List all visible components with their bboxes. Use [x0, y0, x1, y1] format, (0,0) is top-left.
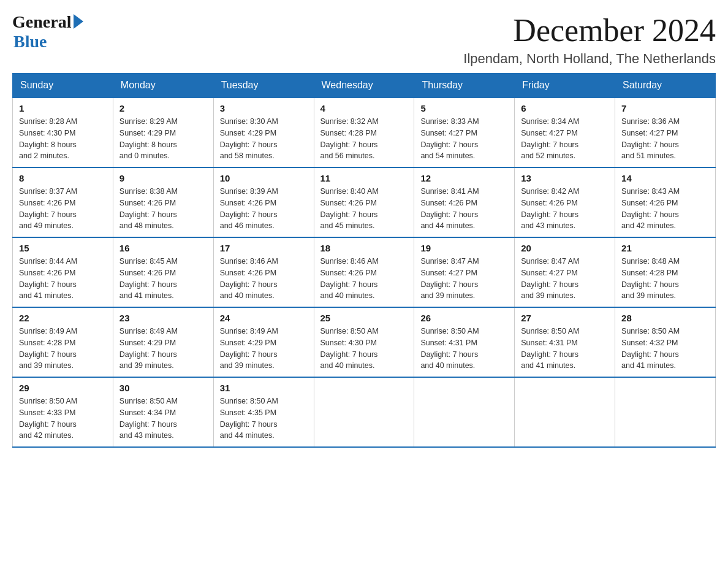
day-number: 14 [621, 173, 709, 183]
day-info: Sunrise: 8:48 AMSunset: 4:28 PMDaylight:… [621, 256, 709, 302]
day-number: 27 [521, 313, 609, 323]
table-row: 3 Sunrise: 8:30 AMSunset: 4:29 PMDayligh… [213, 98, 314, 167]
day-number: 9 [119, 173, 207, 183]
month-title: December 2024 [463, 12, 716, 48]
day-number: 13 [521, 173, 609, 183]
day-number: 22 [19, 313, 107, 323]
week-row-5: 29 Sunrise: 8:50 AMSunset: 4:33 PMDaylig… [13, 377, 716, 447]
table-row: 28 Sunrise: 8:50 AMSunset: 4:32 PMDaylig… [615, 307, 716, 377]
day-info: Sunrise: 8:36 AMSunset: 4:27 PMDaylight:… [621, 116, 709, 162]
table-row: 26 Sunrise: 8:50 AMSunset: 4:31 PMDaylig… [414, 307, 515, 377]
day-number: 21 [621, 243, 709, 253]
header: General Blue December 2024 Ilpendam, Nor… [12, 12, 716, 67]
week-row-4: 22 Sunrise: 8:49 AMSunset: 4:28 PMDaylig… [13, 307, 716, 377]
day-number: 17 [220, 243, 308, 253]
week-row-3: 15 Sunrise: 8:44 AMSunset: 4:26 PMDaylig… [13, 237, 716, 307]
day-info: Sunrise: 8:50 AMSunset: 4:31 PMDaylight:… [521, 326, 609, 372]
logo-general-text: General [12, 12, 71, 32]
header-tuesday: Tuesday [213, 74, 314, 98]
table-row: 18 Sunrise: 8:46 AMSunset: 4:26 PMDaylig… [314, 237, 414, 307]
day-number: 28 [621, 313, 709, 323]
day-number: 8 [19, 173, 107, 183]
day-info: Sunrise: 8:50 AMSunset: 4:30 PMDaylight:… [320, 326, 408, 372]
day-info: Sunrise: 8:50 AMSunset: 4:35 PMDaylight:… [220, 396, 308, 442]
day-number: 29 [19, 383, 107, 393]
table-row [515, 377, 615, 447]
logo-arrow-icon [74, 14, 83, 29]
day-info: Sunrise: 8:44 AMSunset: 4:26 PMDaylight:… [19, 256, 107, 302]
table-row: 24 Sunrise: 8:49 AMSunset: 4:29 PMDaylig… [213, 307, 314, 377]
table-row: 23 Sunrise: 8:49 AMSunset: 4:29 PMDaylig… [113, 307, 213, 377]
day-info: Sunrise: 8:50 AMSunset: 4:31 PMDaylight:… [420, 326, 508, 372]
day-number: 5 [420, 103, 508, 113]
table-row: 10 Sunrise: 8:39 AMSunset: 4:26 PMDaylig… [213, 167, 314, 237]
day-info: Sunrise: 8:50 AMSunset: 4:34 PMDaylight:… [119, 396, 207, 442]
table-row: 19 Sunrise: 8:47 AMSunset: 4:27 PMDaylig… [414, 237, 515, 307]
table-row: 14 Sunrise: 8:43 AMSunset: 4:26 PMDaylig… [615, 167, 716, 237]
day-number: 23 [119, 313, 207, 323]
header-sunday: Sunday [13, 74, 113, 98]
table-row: 20 Sunrise: 8:47 AMSunset: 4:27 PMDaylig… [515, 237, 615, 307]
day-number: 26 [420, 313, 508, 323]
day-info: Sunrise: 8:41 AMSunset: 4:26 PMDaylight:… [420, 186, 508, 232]
table-row: 5 Sunrise: 8:33 AMSunset: 4:27 PMDayligh… [414, 98, 515, 167]
table-row: 31 Sunrise: 8:50 AMSunset: 4:35 PMDaylig… [213, 377, 314, 447]
day-number: 10 [220, 173, 308, 183]
day-info: Sunrise: 8:33 AMSunset: 4:27 PMDaylight:… [420, 116, 508, 162]
table-row: 17 Sunrise: 8:46 AMSunset: 4:26 PMDaylig… [213, 237, 314, 307]
day-info: Sunrise: 8:39 AMSunset: 4:26 PMDaylight:… [220, 186, 308, 232]
day-info: Sunrise: 8:34 AMSunset: 4:27 PMDaylight:… [521, 116, 609, 162]
day-number: 31 [220, 383, 308, 393]
header-thursday: Thursday [414, 74, 515, 98]
day-info: Sunrise: 8:50 AMSunset: 4:33 PMDaylight:… [19, 396, 107, 442]
table-row: 30 Sunrise: 8:50 AMSunset: 4:34 PMDaylig… [113, 377, 213, 447]
day-info: Sunrise: 8:45 AMSunset: 4:26 PMDaylight:… [119, 256, 207, 302]
day-info: Sunrise: 8:40 AMSunset: 4:26 PMDaylight:… [320, 186, 408, 232]
table-row [314, 377, 414, 447]
day-info: Sunrise: 8:28 AMSunset: 4:30 PMDaylight:… [19, 116, 107, 162]
day-number: 11 [320, 173, 408, 183]
title-area: December 2024 Ilpendam, North Holland, T… [463, 12, 716, 67]
week-row-2: 8 Sunrise: 8:37 AMSunset: 4:26 PMDayligh… [13, 167, 716, 237]
table-row: 12 Sunrise: 8:41 AMSunset: 4:26 PMDaylig… [414, 167, 515, 237]
day-number: 16 [119, 243, 207, 253]
table-row: 8 Sunrise: 8:37 AMSunset: 4:26 PMDayligh… [13, 167, 113, 237]
table-row: 2 Sunrise: 8:29 AMSunset: 4:29 PMDayligh… [113, 98, 213, 167]
header-saturday: Saturday [615, 74, 716, 98]
day-info: Sunrise: 8:37 AMSunset: 4:26 PMDaylight:… [19, 186, 107, 232]
day-info: Sunrise: 8:42 AMSunset: 4:26 PMDaylight:… [521, 186, 609, 232]
day-number: 18 [320, 243, 408, 253]
day-info: Sunrise: 8:46 AMSunset: 4:26 PMDaylight:… [220, 256, 308, 302]
day-info: Sunrise: 8:30 AMSunset: 4:29 PMDaylight:… [220, 116, 308, 162]
day-info: Sunrise: 8:49 AMSunset: 4:29 PMDaylight:… [119, 326, 207, 372]
header-wednesday: Wednesday [314, 74, 414, 98]
header-monday: Monday [113, 74, 213, 98]
logo-blue-text: Blue [13, 32, 47, 52]
day-number: 4 [320, 103, 408, 113]
day-number: 15 [19, 243, 107, 253]
table-row: 9 Sunrise: 8:38 AMSunset: 4:26 PMDayligh… [113, 167, 213, 237]
day-number: 7 [621, 103, 709, 113]
day-number: 25 [320, 313, 408, 323]
day-info: Sunrise: 8:47 AMSunset: 4:27 PMDaylight:… [521, 256, 609, 302]
table-row [615, 377, 716, 447]
location-title: Ilpendam, North Holland, The Netherlands [463, 51, 716, 67]
day-info: Sunrise: 8:49 AMSunset: 4:28 PMDaylight:… [19, 326, 107, 372]
day-number: 19 [420, 243, 508, 253]
header-friday: Friday [515, 74, 615, 98]
day-number: 1 [19, 103, 107, 113]
table-row: 25 Sunrise: 8:50 AMSunset: 4:30 PMDaylig… [314, 307, 414, 377]
table-row: 1 Sunrise: 8:28 AMSunset: 4:30 PMDayligh… [13, 98, 113, 167]
day-number: 2 [119, 103, 207, 113]
day-info: Sunrise: 8:38 AMSunset: 4:26 PMDaylight:… [119, 186, 207, 232]
table-row: 15 Sunrise: 8:44 AMSunset: 4:26 PMDaylig… [13, 237, 113, 307]
table-row: 16 Sunrise: 8:45 AMSunset: 4:26 PMDaylig… [113, 237, 213, 307]
table-row: 27 Sunrise: 8:50 AMSunset: 4:31 PMDaylig… [515, 307, 615, 377]
table-row: 7 Sunrise: 8:36 AMSunset: 4:27 PMDayligh… [615, 98, 716, 167]
day-number: 12 [420, 173, 508, 183]
day-info: Sunrise: 8:47 AMSunset: 4:27 PMDaylight:… [420, 256, 508, 302]
day-info: Sunrise: 8:46 AMSunset: 4:26 PMDaylight:… [320, 256, 408, 302]
table-row: 29 Sunrise: 8:50 AMSunset: 4:33 PMDaylig… [13, 377, 113, 447]
table-row: 21 Sunrise: 8:48 AMSunset: 4:28 PMDaylig… [615, 237, 716, 307]
day-info: Sunrise: 8:29 AMSunset: 4:29 PMDaylight:… [119, 116, 207, 162]
